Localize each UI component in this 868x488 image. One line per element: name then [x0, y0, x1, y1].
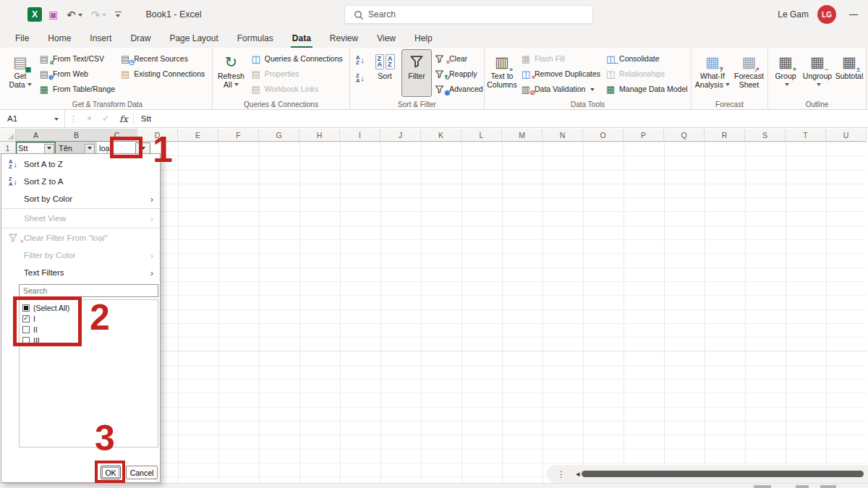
chevron-down-icon — [234, 83, 239, 88]
page-layout-view-button[interactable] — [796, 485, 809, 488]
cancel-entry-icon[interactable]: × — [82, 114, 97, 124]
get-data-button[interactable]: ▤▦GetData — [5, 49, 35, 97]
tab-file[interactable]: File — [6, 29, 38, 48]
insert-function-button[interactable]: fx — [114, 114, 134, 124]
properties-icon: ▤ — [250, 69, 262, 79]
remove-duplicates-button[interactable]: ◫×Remove Duplicates — [519, 67, 602, 81]
filter-dropdown-button-a[interactable] — [44, 144, 54, 154]
manage-data-model-button[interactable]: ▦Manage Data Model — [603, 82, 689, 96]
menu-item-sheet-view[interactable]: Sheet View› — [1, 210, 160, 227]
recent-sources-button[interactable]: ▤◷Recent Sources — [118, 51, 206, 66]
tab-page-layout[interactable]: Page Layout — [160, 29, 227, 48]
advanced-button[interactable]: ◉Advanced — [433, 82, 485, 96]
customize-qat-button[interactable] — [113, 10, 124, 19]
redo-button[interactable]: ↷ — [89, 8, 109, 22]
forecast-sheet-button[interactable]: ▦↗ForecastSheet — [733, 49, 765, 97]
sort-descending-button[interactable]: ZA↓ — [352, 71, 368, 85]
column-header-o[interactable]: O — [583, 129, 624, 142]
tab-view[interactable]: View — [367, 29, 405, 48]
column-header-q[interactable]: Q — [664, 129, 705, 142]
from-table-range-button[interactable]: ▦From Table/Range — [37, 82, 116, 96]
text-to-columns-button[interactable]: ▥»Text toColumns — [487, 49, 517, 97]
menu-item-sort-z-to-a[interactable]: ZA↓Sort Z to A — [1, 173, 160, 190]
menu-item-text-filters[interactable]: Text Filters› — [1, 264, 160, 281]
sort-button[interactable]: ZAAZSort — [370, 49, 400, 97]
chevron-down-icon — [88, 147, 92, 152]
filter-button[interactable]: Filter — [401, 49, 432, 97]
select-all-corner[interactable] — [0, 129, 16, 142]
chevron-down-icon — [102, 14, 106, 19]
column-header-s[interactable]: S — [745, 129, 786, 142]
menu-item-filter-by-color[interactable]: Filter by Color› — [1, 247, 160, 264]
column-header-r[interactable]: R — [705, 129, 745, 142]
resize-grip-icon[interactable]: ⋱ — [152, 474, 159, 482]
clear-button[interactable]: ×Clear — [433, 51, 485, 66]
what-if-icon: ▦? — [705, 52, 720, 71]
sort-big-icon: ZAAZ — [375, 52, 395, 71]
avatar[interactable]: LG — [817, 5, 836, 24]
ribbon: ▤▦GetData▤aFrom Text/CSV▤⊕From Web▦From … — [0, 48, 868, 110]
confirm-entry-icon[interactable]: ✓ — [97, 114, 114, 124]
page-break-view-button[interactable] — [820, 485, 836, 488]
ungroup-icon: ▦− — [810, 52, 825, 71]
search-box[interactable]: Search — [344, 5, 593, 24]
column-header-n[interactable]: N — [542, 129, 583, 142]
column-header-i[interactable]: I — [340, 129, 380, 142]
column-header-m[interactable]: M — [502, 129, 542, 142]
column-header-f[interactable]: F — [218, 129, 259, 142]
tab-insert[interactable]: Insert — [80, 29, 121, 48]
flash-fill-button[interactable]: ▦Flash Fill — [519, 51, 602, 66]
filter-search-input[interactable]: Search — [19, 284, 158, 297]
existing-connections-button[interactable]: ▤Existing Connections — [118, 67, 206, 81]
refresh-all-button[interactable]: ↻RefreshAll — [215, 49, 247, 97]
column-header-h[interactable]: H — [299, 129, 340, 142]
reapply-icon: ↻ — [435, 69, 446, 79]
properties-button[interactable]: ▤Properties — [249, 67, 344, 81]
excel-logo-icon[interactable]: X — [27, 7, 42, 22]
data-validation-button[interactable]: ▥⊘Data Validation — [519, 82, 602, 96]
column-header-a[interactable]: A — [16, 129, 56, 142]
minimize-button[interactable]: — — [849, 9, 858, 20]
from-text-csv-button[interactable]: ▤aFrom Text/CSV — [37, 51, 116, 66]
column-header-p[interactable]: P — [624, 129, 664, 142]
column-header-g[interactable]: G — [259, 129, 299, 142]
scrollbar-thumb[interactable] — [582, 471, 864, 477]
menu-item-clear-filter-from-lo-i[interactable]: ×Clear Filter From "loại" — [1, 229, 160, 247]
column-header-k[interactable]: K — [421, 129, 461, 142]
relationships-button[interactable]: ◫Relationships — [603, 67, 689, 81]
workbook-links-button[interactable]: ▤Workbook Links — [249, 82, 344, 96]
column-header-l[interactable]: L — [461, 129, 502, 142]
reapply-button[interactable]: ↻Reapply — [433, 67, 485, 81]
sort-ascending-button[interactable]: AZ↓ — [352, 53, 368, 67]
tab-data[interactable]: Data — [283, 29, 320, 48]
tab-help[interactable]: Help — [405, 29, 442, 48]
tab-draw[interactable]: Draw — [121, 29, 160, 48]
column-header-j[interactable]: J — [380, 129, 421, 142]
chevron-down-icon — [726, 83, 730, 88]
group-button[interactable]: ▦+Group — [770, 49, 801, 97]
name-box[interactable]: A1 — [0, 110, 65, 127]
scroll-grip-icon[interactable]: ⋮ — [557, 469, 566, 479]
filter-dropdown-button-b[interactable] — [85, 144, 95, 154]
column-header-u[interactable]: U — [826, 129, 867, 142]
save-button[interactable]: ▣ — [46, 8, 60, 22]
column-header-b[interactable]: B — [56, 129, 97, 142]
tab-home[interactable]: Home — [38, 29, 80, 48]
consolidate-button[interactable]: ◫←Consolidate — [603, 51, 689, 66]
scroll-left-icon[interactable]: ◂ — [576, 469, 580, 479]
undo-button[interactable]: ↶ — [64, 8, 85, 22]
tab-review[interactable]: Review — [320, 29, 367, 48]
tab-formulas[interactable]: Formulas — [228, 29, 283, 48]
menu-item-sort-by-color[interactable]: Sort by Color› — [1, 190, 160, 207]
subtotal-button[interactable]: ▦±Subtotal — [834, 49, 864, 97]
column-header-t[interactable]: T — [786, 129, 826, 142]
what-if-analysis-button[interactable]: ▦?What-IfAnalysis — [694, 49, 731, 97]
ribbon-group-get-transform-data: ▤▦GetData▤aFrom Text/CSV▤⊕From Web▦From … — [3, 48, 213, 109]
queries-connections-button[interactable]: ◫Queries & Connections — [249, 51, 344, 66]
normal-view-button[interactable] — [754, 485, 771, 488]
formula-input[interactable]: Stt — [134, 114, 868, 123]
annotation-step-1: 1 — [153, 132, 173, 168]
ungroup-button[interactable]: ▦−Ungroup — [802, 49, 833, 97]
from-web-button[interactable]: ▤⊕From Web — [37, 67, 116, 81]
column-header-e[interactable]: E — [178, 129, 218, 142]
